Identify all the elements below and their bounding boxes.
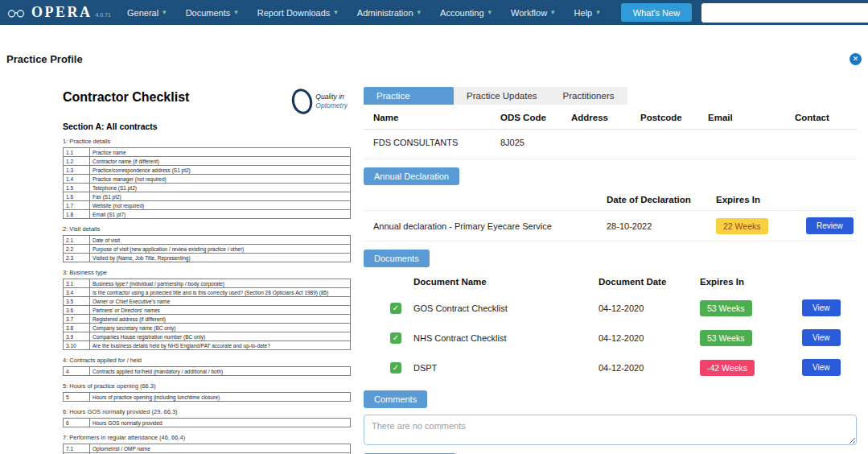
checklist-item-number: 1.8 bbox=[64, 210, 90, 219]
view-button[interactable]: View bbox=[802, 299, 841, 316]
checklist-table: 7.1Optometrist / OMP name7.2DoB or first… bbox=[63, 444, 351, 454]
comments-textarea[interactable] bbox=[364, 415, 857, 445]
checklist-item-text: Practice manager (not required) bbox=[90, 175, 351, 184]
checklist-item-number: 4 bbox=[64, 367, 90, 376]
whats-new-button[interactable]: What's New bbox=[621, 3, 692, 22]
practice-cell-5 bbox=[793, 130, 857, 159]
tab-practice-updates[interactable]: Practice Updates bbox=[454, 87, 550, 105]
checklist-table: 5Hours of practice opening (including lu… bbox=[63, 392, 351, 402]
global-search-input[interactable] bbox=[701, 3, 868, 23]
practice-column-header-contact: Contact bbox=[793, 105, 857, 130]
checklist-item-text: Are the business details held by NHS Eng… bbox=[90, 341, 351, 350]
practice-cell-3 bbox=[639, 130, 706, 159]
checklist-row: 1.2Contractor name (if different) bbox=[64, 157, 351, 166]
checklist-item-text: Fax (S1 pt2) bbox=[90, 192, 351, 201]
view-button[interactable]: View bbox=[802, 329, 841, 346]
checklist-item-text: Purpose of visit (new application / revi… bbox=[90, 245, 351, 254]
checklist-item-text: Companies House registration number (BC … bbox=[90, 332, 351, 341]
checklist-item-text: Hours of practice opening (including lun… bbox=[90, 393, 351, 402]
checklist-row: 1.5Telephone (S1 pt2) bbox=[64, 184, 351, 192]
nav-menu-accounting[interactable]: Accounting▾ bbox=[430, 0, 501, 25]
practice-cell-2 bbox=[570, 130, 639, 159]
checklist-group-heading: 2: Visit details bbox=[63, 225, 351, 233]
review-button[interactable]: Review bbox=[806, 217, 854, 234]
table-row-nhs-contract-checklist: ✓NHS Contract Checklist04-12-202053 Week… bbox=[364, 323, 857, 353]
checklist-group-heading: 3: Business type bbox=[63, 269, 351, 276]
checklist-item-number: 3.7 bbox=[64, 315, 90, 324]
logo-line-2: Optometry bbox=[315, 101, 348, 110]
checklist-row: 1.1Practice name bbox=[64, 148, 351, 157]
checklist-row: 6Hours GOS normally provided bbox=[64, 419, 351, 427]
chevron-down-icon: ▾ bbox=[162, 9, 167, 16]
nav-menus: General▾Documents▾Report Downloads▾Admin… bbox=[117, 0, 610, 25]
checklist-document-preview: Contractor Checklist Quality in Optometr… bbox=[63, 90, 351, 454]
practice-profile-panel: PracticePractice UpdatesPractitioners Na… bbox=[364, 87, 857, 454]
practice-cell-4 bbox=[706, 130, 793, 159]
document-date: 04-12-2020 bbox=[599, 303, 700, 313]
checklist-item-number: 1.1 bbox=[64, 148, 90, 157]
nav-menu-report-downloads[interactable]: Report Downloads▾ bbox=[248, 0, 348, 25]
checklist-item-number: 6 bbox=[64, 419, 90, 427]
document-checkbox[interactable]: ✓ bbox=[390, 332, 401, 344]
table-row-dspt: ✓DSPT04-12-2020-42 WeeksView bbox=[364, 353, 857, 382]
document-name: DSPT bbox=[413, 363, 599, 373]
checklist-group-heading: 6: Hours GOS normally provided (29, 66.3… bbox=[63, 408, 351, 415]
documents-section-label: Documents bbox=[364, 250, 430, 267]
checklist-item-text: Company secretary name (BC only) bbox=[90, 324, 351, 332]
practice-cell-1: 8J025 bbox=[499, 130, 570, 159]
checklist-row: 4Contracts applied for/held (mandatory /… bbox=[64, 367, 351, 376]
document-checkbox[interactable]: ✓ bbox=[390, 303, 401, 314]
checklist-row: 3.1Business type? (individual / partners… bbox=[64, 279, 351, 288]
checklist-table: 6Hours GOS normally provided bbox=[63, 418, 351, 427]
nav-menu-label: Report Downloads bbox=[257, 8, 331, 18]
annual-declaration-row: Annual declaration - Primary Eyecare Ser… bbox=[364, 211, 857, 241]
close-icon[interactable]: ✕ bbox=[849, 53, 862, 65]
checklist-row: 3.8Company secretary name (BC only) bbox=[64, 324, 351, 332]
annual-col-expires-in: Expires In bbox=[716, 185, 806, 210]
panel-tabs: PracticePractice UpdatesPractitioners bbox=[364, 87, 857, 105]
app-version: 4.0.71 bbox=[96, 12, 111, 18]
documents-col-name: Document Name bbox=[413, 267, 599, 293]
checklist-item-number: 7.1 bbox=[64, 444, 90, 453]
nav-menu-documents[interactable]: Documents▾ bbox=[176, 0, 248, 25]
chevron-down-icon: ▾ bbox=[234, 9, 238, 16]
view-button[interactable]: View bbox=[802, 359, 841, 376]
tab-practice[interactable]: Practice bbox=[364, 87, 454, 105]
page-header: Practice Profile ✕ bbox=[0, 48, 868, 69]
practice-column-header-email: Email bbox=[706, 105, 793, 130]
nav-menu-label: Workflow bbox=[511, 8, 547, 18]
document-checkbox[interactable]: ✓ bbox=[390, 362, 401, 374]
nav-menu-general[interactable]: General▾ bbox=[117, 0, 176, 25]
nav-menu-help[interactable]: Help▾ bbox=[565, 0, 610, 25]
practice-cell-0: FDS CONSULTANTS bbox=[364, 130, 499, 159]
nav-menu-workflow[interactable]: Workflow▾ bbox=[501, 0, 565, 25]
nav-menu-administration[interactable]: Administration▾ bbox=[348, 0, 430, 25]
expires-badge: -42 Weeks bbox=[700, 360, 755, 376]
documents-rows: ✓GOS Contract Checklist04-12-202053 Week… bbox=[364, 293, 857, 382]
checklist-row: 3.7Registered address (if different) bbox=[64, 315, 351, 324]
top-navigation-bar: OPERA 4.0.71 General▾Documents▾Report Do… bbox=[0, 0, 868, 25]
chevron-down-icon: ▾ bbox=[551, 9, 555, 16]
practice-column-header-ods-code: ODS Code bbox=[499, 105, 570, 130]
checklist-row: 2.3Visited by (Name, Job Title, Represen… bbox=[64, 254, 351, 262]
document-expires-cell: -42 Weeks bbox=[700, 360, 802, 376]
app-window: OPERA 4.0.71 General▾Documents▾Report Do… bbox=[0, 0, 868, 454]
checklist-item-text: Practice name bbox=[90, 148, 351, 157]
document-expires-cell: 53 Weeks bbox=[700, 300, 802, 316]
checklist-item-text: Hours GOS normally provided bbox=[90, 419, 351, 427]
checklist-group-heading: 7: Performers in regular attendance (46,… bbox=[63, 434, 351, 441]
checklist-item-number: 3.6 bbox=[64, 306, 90, 315]
table-row-gos-contract-checklist: ✓GOS Contract Checklist04-12-202053 Week… bbox=[364, 293, 857, 323]
checklist-group-heading: 4: Contracts applied for / held bbox=[63, 357, 351, 364]
practice-column-header-postcode: Postcode bbox=[639, 105, 706, 130]
document-action-cell: View bbox=[802, 329, 862, 346]
checklist-item-number: 2.3 bbox=[64, 254, 90, 262]
annual-declaration-name: Annual declaration - Primary Eyecare Ser… bbox=[364, 221, 607, 231]
checklist-item-text: Registered address (if different) bbox=[90, 315, 351, 324]
checklist-row: 3.10Are the business details held by NHS… bbox=[64, 341, 351, 350]
checklist-row: 3.6Partners' or Directors' names bbox=[64, 306, 351, 315]
tab-practitioners[interactable]: Practitioners bbox=[550, 87, 627, 105]
checklist-item-number: 3.5 bbox=[64, 297, 90, 306]
checklist-item-number: 1.3 bbox=[64, 166, 90, 175]
practice-column-header-name: Name bbox=[364, 105, 499, 130]
